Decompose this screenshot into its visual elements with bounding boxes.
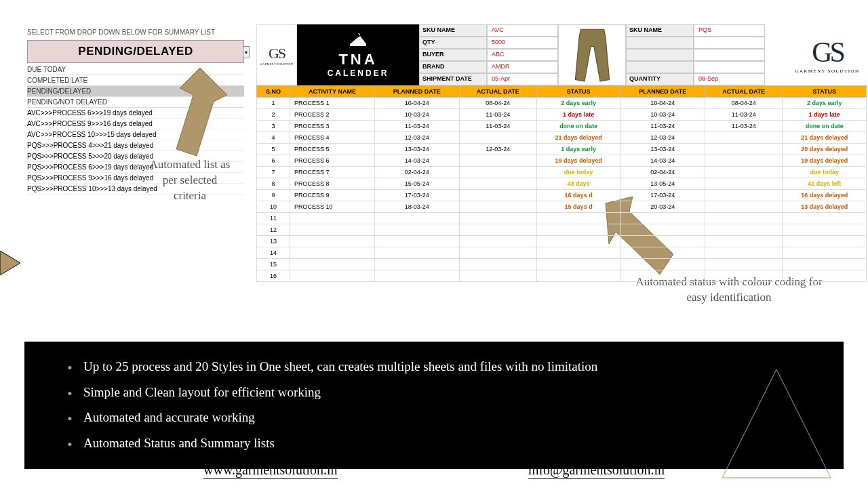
annotation-list: Automated list as per selected criteria [146,157,234,204]
summary-banner[interactable]: PENDING/DELAYED [27,40,244,63]
table-row: 6PROCESS 614-03-2419 days delayed14-03-2… [257,155,867,167]
table-row: 1PROCESS 110-04-2408-04-242 days early10… [257,98,867,109]
table-row: 15 [257,259,867,270]
table-row: 2PROCESS 210-03-2411-03-241 days late10-… [257,109,867,121]
table-row: 4PROCESS 412-03-2421 days delayed12-03-2… [257,132,867,144]
table-row: 10PROCESS 1018-03-2415 days d20-03-2413 … [257,201,867,213]
table-row: 8PROCESS 815-05-2443 days13-05-2441 days… [257,178,867,190]
col-header: STATUS [783,86,867,98]
table-body: 1PROCESS 110-04-2408-04-242 days early10… [257,98,867,282]
triangle-decor-icon [719,366,834,481]
feature-item: Simple and Clean layout for efficient wo… [62,380,806,405]
meta-col-1: SKU NAMEAVC QTY5000 BUYERABC BRANDAMDR S… [419,24,558,85]
col-header: ACTUAL DATE [459,86,536,98]
table-header: S.NOACTIVITY NAMEPLANNED DATEACTUAL DATE… [257,86,867,98]
meta-col-2: SKU NAMEPQS QUANTITY08-Sep [626,24,765,85]
table-row: 14 [257,247,867,259]
hanger-icon [348,32,368,48]
col-header: PLANNED DATE [620,86,705,98]
summary-label: SELECT FROM DROP DOWN BELOW FOR SUMMARY … [27,28,244,36]
svg-marker-0 [176,68,227,156]
table-row: 16 [257,270,867,282]
table-row: 11 [257,213,867,224]
table-row: 3PROCESS 311-03-2411-03-24done on date11… [257,121,867,132]
footer-url[interactable]: www.garmentsolution.in [203,462,338,479]
table-row: 5PROCESS 513-03-2412-03-241 days early13… [257,144,867,155]
table-row: 13 [257,236,867,247]
col-header: STATUS [536,86,620,98]
footer-email[interactable]: info@garmentsolution.in [528,462,665,479]
feature-item: Automated and accurate working [62,405,806,430]
feature-item: Automated Status and Summary lists [62,430,806,456]
activity-table: S.NOACTIVITY NAMEPLANNED DATEACTUAL DATE… [256,85,867,282]
svg-marker-2 [0,251,20,275]
footer: www.garmentsolution.in info@garmentsolut… [203,462,665,479]
table-row: 12 [257,224,867,236]
tna-sheet: GS GARMENT SOLUTION TNA CALENDER SKU NAM… [256,24,867,282]
col-header: ACTIVITY NAME [290,86,375,98]
arrow-icon [153,61,227,163]
bookmark-icon [0,251,20,275]
col-header: S.NO [257,86,290,98]
sku-image-1 [558,24,626,85]
dropdown-handle-icon[interactable]: ▾ [243,46,250,58]
gs-logo-large: GS GARMENT SOLUTION [787,24,868,85]
gs-logo-small: GS GARMENT SOLUTION [256,24,297,85]
tna-logo: TNA CALENDER [297,24,419,85]
svg-marker-3 [722,369,831,478]
col-header: PLANNED DATE [374,86,459,98]
feature-list: Up to 25 process and 20 Styles in One sh… [62,354,806,455]
header-block: GS GARMENT SOLUTION TNA CALENDER SKU NAM… [256,24,867,85]
table-row: 7PROCESS 702-04-24due today02-04-24due t… [257,167,867,178]
col-header: ACTUAL DATE [705,86,783,98]
table-row: 9PROCESS 917-03-2416 days d17-03-2416 da… [257,190,867,201]
feature-item: Up to 25 process and 20 Styles in One sh… [62,354,806,380]
